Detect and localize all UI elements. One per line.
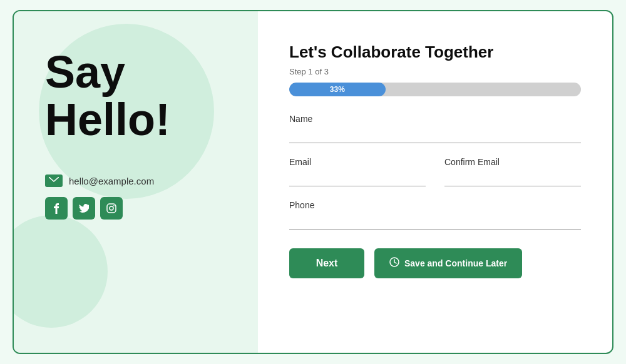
email-field-group: Email: [289, 157, 426, 186]
right-panel: Let's Collaborate Together Step 1 of 3 3…: [258, 11, 612, 353]
step-label: Step 1 of 3: [289, 67, 581, 76]
next-button[interactable]: Next: [289, 248, 364, 278]
name-input[interactable]: [289, 128, 581, 143]
phone-field: Phone: [289, 200, 581, 230]
progress-bar-fill: 33%: [289, 83, 386, 96]
form-title: Let's Collaborate Together: [289, 43, 581, 62]
svg-rect-1: [107, 204, 116, 213]
main-card: Say Hello! hello@example.com: [13, 10, 613, 354]
instagram-button[interactable]: [100, 197, 123, 220]
svg-point-3: [113, 205, 115, 206]
email-icon: [45, 174, 63, 187]
progress-percent: 33%: [330, 85, 345, 94]
progress-bar-container: 33%: [289, 83, 581, 96]
name-label: Name: [289, 114, 581, 124]
left-panel: Say Hello! hello@example.com: [14, 11, 258, 353]
buttons-row: Next Save and Continue Later: [289, 248, 581, 278]
social-row: [45, 197, 233, 220]
confirm-email-input[interactable]: [444, 171, 581, 186]
save-continue-button[interactable]: Save and Continue Later: [374, 248, 522, 278]
phone-input[interactable]: [289, 214, 581, 230]
phone-group: Phone: [289, 200, 581, 230]
save-continue-label: Save and Continue Later: [404, 258, 507, 268]
svg-point-2: [110, 206, 113, 210]
bg-circle-2: [14, 215, 108, 328]
contact-info: hello@example.com: [45, 174, 233, 220]
name-group: Name: [289, 114, 581, 143]
name-field: Name: [289, 114, 581, 143]
confirm-email-field-group: Confirm Email: [444, 157, 581, 186]
hero-line1: Say: [45, 49, 233, 96]
facebook-button[interactable]: [45, 197, 68, 220]
hero-text: Say Hello!: [45, 49, 233, 143]
confirm-email-label: Confirm Email: [444, 157, 581, 167]
twitter-button[interactable]: [73, 197, 95, 220]
email-label: Email: [289, 157, 426, 167]
save-icon: [389, 257, 399, 270]
email-input[interactable]: [289, 171, 426, 186]
hero-line2: Hello!: [45, 96, 233, 144]
email-row-form: Email Confirm Email: [289, 157, 581, 186]
phone-label: Phone: [289, 200, 581, 210]
email-row: hello@example.com: [45, 174, 233, 187]
email-text: hello@example.com: [69, 176, 154, 186]
